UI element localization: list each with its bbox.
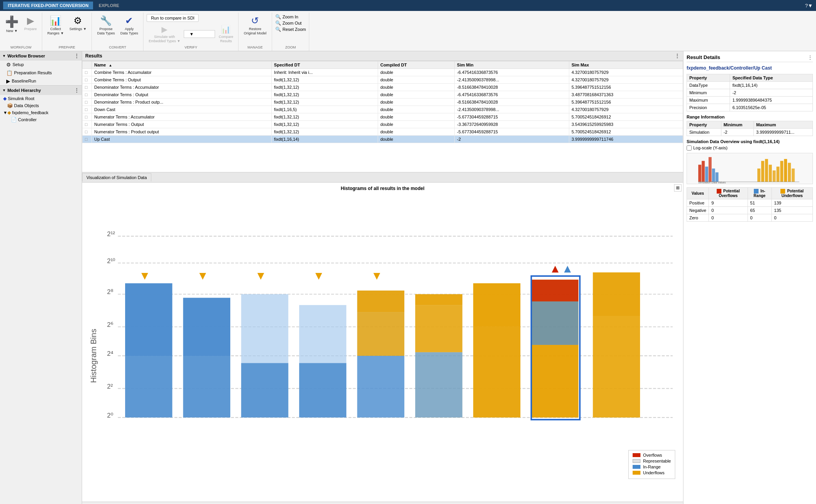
prop-row: Precision 6.103515625e-05 — [687, 104, 813, 111]
table-row[interactable]: □ Up Cast fixdt(1,16,14) double -2 3.999… — [82, 135, 683, 143]
table-row[interactable]: □ Combine Terms : Accumulator Inherit: I… — [82, 68, 683, 76]
row-compileddt: double — [378, 68, 454, 76]
svg-text:2⁰: 2⁰ — [107, 411, 113, 419]
row-specdt: fixdt(1,32,12) — [271, 98, 378, 106]
tree-simulink-root[interactable]: ◆ Simulink Root — [0, 95, 82, 102]
sidebar-item-setup[interactable]: ⚙ Setup — [0, 61, 82, 69]
tree-fxpdemo[interactable]: ▼ ◆ fxpdemo_feedback — [0, 109, 82, 116]
inrange-indicator-icon — [754, 189, 759, 194]
svg-rect-26 — [357, 356, 405, 418]
col-simmax[interactable]: Sim Max — [569, 61, 683, 68]
row-simmax: 4.32700180757929 — [569, 68, 683, 76]
prop-row: DataType fixdt(1,16,14) — [687, 81, 813, 89]
col-specdt[interactable]: Specified DT — [271, 61, 378, 68]
col-name[interactable]: Name ▲ — [92, 61, 272, 68]
sidebar-item-preparation-results[interactable]: 📋 Preparation Results — [0, 69, 82, 77]
prepare-label: PREPARE — [59, 45, 75, 49]
tab-iterative-fp[interactable]: ITERATIVE FIXED-POINT CONVERSION — [3, 2, 93, 9]
zoom-out-button[interactable]: 🔍 Zoom Out — [275, 20, 306, 26]
prep-results-icon: 📋 — [6, 70, 13, 76]
wb-menu-icon[interactable]: ⋮ — [74, 53, 79, 59]
table-row[interactable]: □ Down Cast fixdt(1,16,5) double -2.4135… — [82, 106, 683, 113]
row-simmin: -2 — [454, 135, 569, 143]
workflow-browser-header[interactable]: ▼ Workflow Browser ⋮ — [0, 51, 82, 61]
run-compare-button[interactable]: Run to compare in SDI — [147, 14, 199, 22]
col-compileddt[interactable]: Compiled DT — [378, 61, 454, 68]
row-specdt: fixdt(1,16,14) — [271, 135, 378, 143]
histogram-title: Histograms of all results in the model — [85, 186, 680, 191]
prop-row: Maximum 1.999993896484375 — [687, 96, 813, 104]
row-compileddt: double — [378, 128, 454, 135]
tab-explore[interactable]: EXPLORE — [94, 2, 124, 9]
row-compileddt: double — [378, 135, 454, 143]
log-scale-label: Log-scale (Y-axis) — [693, 145, 728, 150]
convert-buttons: 🔧 ProposeData Types ✔ ApplyData Types — [95, 14, 140, 45]
table-row[interactable]: □ Denominator Terms : Output fixdt(1,32,… — [82, 91, 683, 98]
range-row: Simulation -2 3.9999999999711... — [687, 128, 813, 136]
mini-hist-svg: Simulation Data Values — [687, 153, 812, 184]
range-min: -2 — [721, 128, 753, 136]
apply-data-types-button[interactable]: ✔ ApplyData Types — [118, 14, 140, 37]
zoom-out-icon: 🔍 — [275, 20, 281, 26]
row-name: Combine Terms : Output — [92, 76, 272, 83]
table-row[interactable]: □ Denominator Terms : Accumulator fixdt(… — [82, 83, 683, 91]
reset-zoom-label: Reset Zoom — [283, 27, 306, 32]
verify-dropdown[interactable]: ▼ — [184, 30, 215, 38]
legend-underflows: Underflows — [633, 470, 671, 475]
table-row[interactable]: □ Numerator Terms : Output fixdt(1,32,12… — [82, 120, 683, 128]
col-simmin[interactable]: Sim Min — [454, 61, 569, 68]
new-button[interactable]: ➕ New ▼ — [3, 14, 21, 34]
expand-icon[interactable]: ⊞ — [674, 184, 681, 192]
sidebar-item-baseline-run[interactable]: ▶ BaselineRun — [0, 77, 82, 85]
help-icon[interactable]: ?▼ — [805, 3, 813, 9]
results-table-container[interactable]: Name ▲ Specified DT Compiled DT Sim Min … — [82, 61, 683, 171]
tree-data-objects[interactable]: 📦 Data Objects — [0, 102, 82, 109]
table-row[interactable]: □ Numerator Terms : Product output fixdt… — [82, 128, 683, 135]
right-panel-header: ⋮ Result Details — [687, 54, 813, 62]
row-icon: □ — [82, 91, 92, 98]
title-bar: ITERATIVE FIXED-POINT CONVERSION EXPLORE… — [0, 0, 816, 11]
overflow-indicator-icon — [717, 189, 721, 194]
result-path: fxpdemo_feedback/Controller/Up Cast — [687, 65, 813, 71]
zoom-in-button[interactable]: 🔍 Zoom In — [275, 14, 306, 20]
prop-name: Minimum — [687, 89, 730, 96]
dropdown-value — [187, 32, 188, 36]
propose-data-types-button[interactable]: 🔧 ProposeData Types — [95, 14, 117, 37]
table-row[interactable]: □ Combine Terms : Output fixdt(1,32,12) … — [82, 76, 683, 83]
row-compileddt: double — [378, 113, 454, 120]
viz-tab-bar: Visualization of Simulation Data — [82, 172, 683, 183]
svg-rect-66 — [792, 169, 795, 182]
restore-original-button[interactable]: ↺ RestoreOriginal Model — [242, 14, 268, 37]
table-row[interactable]: □ Denominator Terms : Product outp... fi… — [82, 98, 683, 106]
settings-button[interactable]: ⚙ Settings ▼ — [67, 14, 88, 32]
prepare-button: ▶ Prepare — [22, 14, 39, 32]
rp-menu-icon[interactable]: ⋮ — [807, 54, 813, 61]
results-menu-icon[interactable]: ⋮ — [674, 53, 680, 59]
simulink-root-icon: ◆ — [3, 96, 7, 101]
log-scale-checkbox[interactable] — [687, 145, 692, 151]
collect-ranges-button[interactable]: 📊 CollectRanges ▼ — [45, 14, 66, 37]
row-icon: □ — [82, 98, 92, 106]
legend-representable: Representable — [633, 459, 671, 463]
reset-zoom-button[interactable]: 🔍 Reset Zoom — [275, 27, 306, 32]
tree-controller[interactable]: 📄 Controller — [0, 116, 82, 123]
row-simmax: 3.9999999999711746 — [569, 135, 683, 143]
range-table: Property Minimum Maximum Simulation -2 3… — [687, 121, 813, 136]
compare-icon: 📊 — [221, 25, 231, 34]
sum-underflows: 135 — [771, 206, 812, 214]
expand-arrow-fxp: ▼ — [3, 110, 7, 115]
svg-rect-42 — [593, 272, 640, 316]
svg-rect-27 — [357, 312, 405, 355]
verify-group: Run to compare in SDI ▶ Simulate withEmb… — [143, 13, 239, 51]
fxpdemo-label: fxpdemo_feedback — [12, 110, 48, 115]
mh-menu-icon[interactable]: ⋮ — [74, 87, 79, 93]
table-row[interactable]: □ Numerator Terms : Accumulator fixdt(1,… — [82, 113, 683, 120]
svg-rect-54 — [708, 157, 712, 181]
model-hierarchy-header[interactable]: ▼ Model Hierarchy ⋮ — [0, 86, 82, 95]
row-simmin: -2.41350090378998... — [454, 76, 569, 83]
svg-text:2⁸: 2⁸ — [107, 288, 113, 296]
simulink-root-label: Simulink Root — [8, 96, 34, 101]
row-specdt: fixdt(1,32,12) — [271, 113, 378, 120]
viz-tab[interactable]: Visualization of Simulation Data — [82, 173, 151, 181]
restore-icon: ↺ — [251, 15, 259, 26]
